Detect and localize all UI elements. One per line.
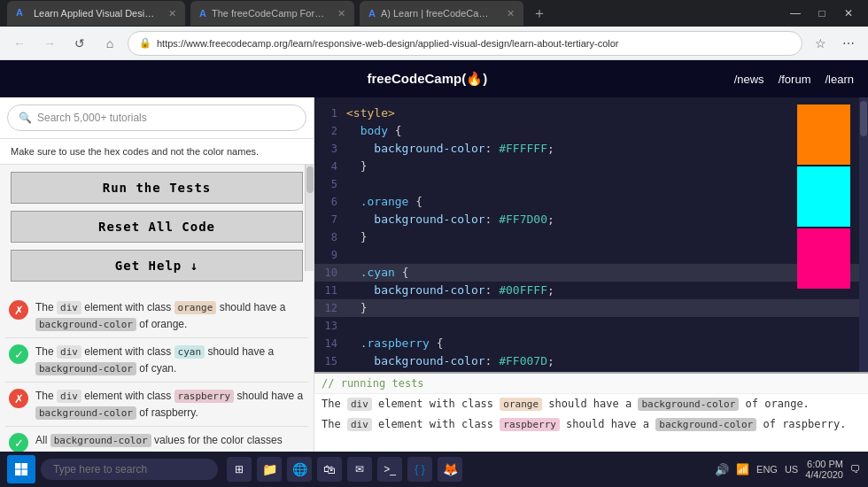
file-explorer-icon[interactable]: 📁 bbox=[257, 457, 282, 482]
search-bar-wrapper: 🔍 Search 5,000+ tutorials bbox=[0, 97, 314, 139]
close-button[interactable]: ✕ bbox=[836, 4, 861, 22]
get-help-button[interactable]: Get Help ↓ bbox=[11, 250, 303, 282]
nav-right-icons: ☆ ⋯ bbox=[808, 31, 861, 56]
code-line-11: 11 background-color: #00FFFF; bbox=[314, 282, 868, 299]
tab2-close[interactable]: ✕ bbox=[337, 8, 345, 19]
test1-fail-icon: ✗ bbox=[9, 300, 28, 320]
output-header: // running tests bbox=[314, 374, 868, 394]
fcc-logo[interactable]: freeCodeCamp(🔥) bbox=[120, 71, 734, 87]
firefox-icon[interactable]: 🦊 bbox=[438, 457, 462, 482]
output2-bgcolor-code: background-color bbox=[655, 418, 756, 431]
code-line-8: 8 } bbox=[314, 228, 868, 246]
tab3-close[interactable]: ✕ bbox=[507, 8, 515, 19]
tab-3[interactable]: A A) Learn | freeCodeCamp.org ✕ bbox=[360, 1, 523, 26]
windows-logo-icon bbox=[14, 462, 28, 476]
home-button[interactable]: ⌂ bbox=[97, 31, 122, 56]
tab-2[interactable]: A The freeCodeCamp Forum - Jo... ✕ bbox=[190, 1, 354, 26]
test2-pass-icon: ✓ bbox=[9, 344, 28, 364]
test-item-1: ✗ The div element with class orange shou… bbox=[5, 294, 308, 338]
code-line-2: 2 body { bbox=[314, 122, 868, 140]
test2-cyan-code: cyan bbox=[174, 345, 205, 359]
test4-text: All background-color values for the colo… bbox=[35, 432, 305, 452]
main-content: 🔍 Search 5,000+ tutorials Make sure to u… bbox=[0, 97, 868, 452]
menu-button[interactable]: ⋯ bbox=[836, 31, 861, 56]
network-icon: 📶 bbox=[736, 463, 749, 475]
mail-icon[interactable]: ✉ bbox=[347, 457, 372, 482]
code-line-4: 4 } bbox=[314, 158, 868, 175]
test2-div-code: div bbox=[57, 345, 81, 359]
start-button[interactable] bbox=[7, 455, 35, 483]
output1-orange-code: orange bbox=[500, 398, 542, 411]
code-line-12: 12 } bbox=[314, 299, 868, 317]
edge-icon[interactable]: 🌐 bbox=[287, 457, 312, 482]
taskbar-search-input[interactable] bbox=[41, 459, 218, 480]
tab1-label: Learn Applied Visual Design: L... bbox=[34, 8, 158, 19]
svg-rect-0 bbox=[15, 463, 21, 469]
run-tests-button[interactable]: Run the Tests bbox=[11, 172, 303, 204]
tab3-favicon: A bbox=[368, 8, 376, 19]
code-editor[interactable]: 1 <style> 2 body { 3 background-color: #… bbox=[314, 97, 868, 372]
fcc-learn-link[interactable]: /learn bbox=[825, 73, 854, 86]
fcc-forum-link[interactable]: /forum bbox=[779, 73, 811, 86]
taskbar-pinned-icons: ⊞ 📁 🌐 🛍 ✉ >_ { } 🦊 bbox=[227, 457, 462, 482]
security-lock-icon: 🔒 bbox=[139, 37, 151, 49]
tab-1[interactable]: A Learn Applied Visual Design: L... ✕ bbox=[7, 1, 185, 26]
tab1-close[interactable]: ✕ bbox=[168, 8, 176, 19]
url-text: https://www.freecodecamp.org/learn/respo… bbox=[157, 38, 791, 49]
tab3-label: A) Learn | freeCodeCamp.org bbox=[381, 8, 496, 19]
store-icon[interactable]: 🛍 bbox=[317, 457, 342, 482]
fcc-news-link[interactable]: /news bbox=[734, 73, 764, 86]
orange-swatch bbox=[797, 104, 850, 165]
code-line-7: 7 background-color: #FF7D00; bbox=[314, 211, 868, 228]
volume-icon: 🔊 bbox=[715, 463, 729, 476]
taskbar: ⊞ 📁 🌐 🛍 ✉ >_ { } 🦊 🔊 📶 ENG US 6:00 PM 4/… bbox=[0, 452, 868, 487]
reload-button[interactable]: ↺ bbox=[67, 31, 92, 56]
color-swatches bbox=[797, 104, 859, 290]
test-results: ✗ The div element with class orange shou… bbox=[0, 289, 314, 452]
minimize-button[interactable]: — bbox=[783, 4, 808, 22]
browser-window: A Learn Applied Visual Design: L... ✕ A … bbox=[0, 0, 868, 452]
code-line-16: 16 } bbox=[314, 370, 868, 372]
test-item-3: ✗ The div element with class raspberry s… bbox=[5, 383, 308, 427]
fcc-nav: /news /forum /learn bbox=[734, 73, 854, 86]
test3-fail-icon: ✗ bbox=[9, 389, 28, 408]
test1-div-code: div bbox=[57, 301, 81, 314]
code-line-15: 15 background-color: #FF007D; bbox=[314, 352, 868, 370]
output-line-2: The div element with class raspberry sho… bbox=[314, 414, 868, 435]
tab1-favicon: A bbox=[16, 7, 28, 19]
notification-icon[interactable]: 🗨 bbox=[850, 463, 861, 475]
code-line-13: 13 bbox=[314, 317, 868, 335]
forward-button[interactable]: → bbox=[37, 31, 62, 56]
search-bar[interactable]: 🔍 Search 5,000+ tutorials bbox=[7, 104, 306, 131]
code-line-5: 5 bbox=[314, 175, 868, 193]
system-clock: 6:00 PM 4/4/2020 bbox=[805, 459, 843, 480]
keyboard-region: US bbox=[785, 464, 798, 475]
code-line-6: 6 .orange { bbox=[314, 193, 868, 211]
test3-text: The div element with class raspberry sho… bbox=[35, 388, 305, 421]
bookmarks-button[interactable]: ☆ bbox=[808, 31, 833, 56]
output2-div-code: div bbox=[347, 418, 372, 431]
left-panel: 🔍 Search 5,000+ tutorials Make sure to u… bbox=[0, 97, 314, 452]
url-bar[interactable]: 🔒 https://www.freecodecamp.org/learn/res… bbox=[128, 31, 802, 56]
task-view-icon[interactable]: ⊞ bbox=[227, 457, 252, 482]
new-tab-button[interactable]: ＋ bbox=[529, 3, 550, 24]
test1-bgcolor-code: background-color bbox=[35, 318, 136, 331]
cyan-swatch bbox=[797, 166, 850, 227]
code-icon[interactable]: { } bbox=[407, 457, 432, 482]
terminal-icon[interactable]: >_ bbox=[377, 457, 402, 482]
window-controls: — □ ✕ bbox=[783, 4, 861, 22]
maximize-button[interactable]: □ bbox=[810, 4, 834, 22]
reset-code-button[interactable]: Reset All Code bbox=[11, 211, 303, 243]
keyboard-lang: ENG bbox=[756, 464, 778, 475]
right-panel: 1 <style> 2 body { 3 background-color: #… bbox=[314, 97, 868, 452]
test1-text: The div element with class orange should… bbox=[35, 299, 305, 332]
search-placeholder: Search 5,000+ tutorials bbox=[37, 112, 147, 124]
output1-bgcolor-code: background-color bbox=[638, 398, 739, 411]
code-line-10: 10 .cyan { bbox=[314, 264, 868, 282]
svg-rect-1 bbox=[22, 463, 28, 469]
search-icon: 🔍 bbox=[19, 112, 32, 124]
test-item-2: ✓ The div element with class cyan should… bbox=[5, 338, 308, 383]
test3-bgcolor-code: background-color bbox=[35, 406, 136, 420]
back-button[interactable]: ← bbox=[7, 31, 32, 56]
test3-raspberry-code: raspberry bbox=[174, 390, 235, 403]
